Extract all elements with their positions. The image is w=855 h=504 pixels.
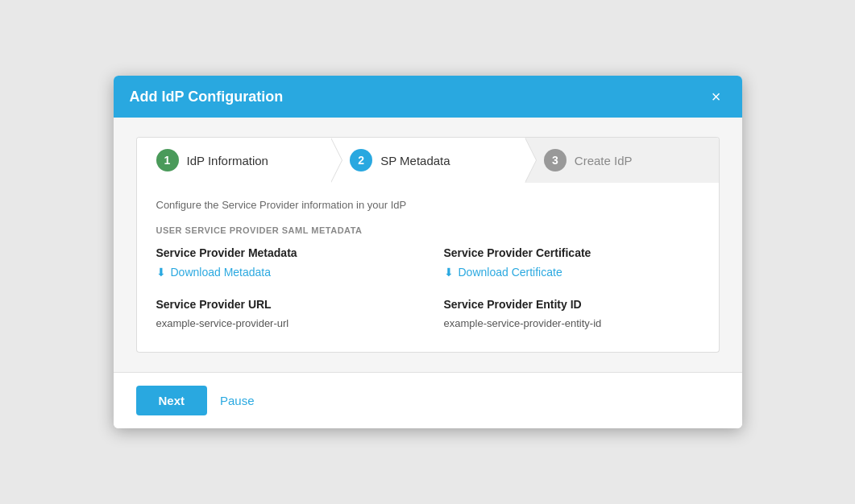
pause-button[interactable]: Pause: [220, 394, 255, 407]
download-metadata-text: Download Metadata: [171, 266, 272, 279]
sp-metadata-label: Service Provider Metadata: [156, 246, 412, 259]
sp-url-value: example-service-provider-url: [156, 317, 412, 329]
step-2-circle: 2: [350, 149, 372, 171]
modal-body: 1 IdP Information 2 SP Metadata 3 Create…: [114, 118, 742, 372]
step-2-label: SP Metadata: [380, 154, 450, 167]
step-1-label: IdP Information: [187, 154, 268, 167]
next-button[interactable]: Next: [136, 386, 208, 415]
content-subtitle: Configure the Service Provider informati…: [156, 199, 699, 211]
step-1-circle: 1: [156, 149, 179, 171]
content-area: Configure the Service Provider informati…: [136, 183, 720, 353]
download-certificate-text: Download Certificate: [459, 266, 562, 279]
modal-header: Add IdP Configuration ×: [114, 76, 742, 118]
field-sp-entity-id: Service Provider Entity ID example-servi…: [444, 298, 699, 329]
step-1: 1 IdP Information: [137, 138, 331, 183]
sp-url-label: Service Provider URL: [156, 298, 412, 311]
sp-entity-id-label: Service Provider Entity ID: [444, 298, 699, 311]
close-button[interactable]: ×: [707, 87, 726, 106]
field-sp-url: Service Provider URL example-service-pro…: [156, 298, 412, 329]
fields-grid: Service Provider Metadata ⬇ Download Met…: [156, 246, 699, 329]
field-sp-certificate: Service Provider Certificate ⬇ Download …: [444, 246, 699, 279]
download-certificate-icon: ⬇: [444, 266, 454, 279]
stepper: 1 IdP Information 2 SP Metadata 3 Create…: [136, 137, 720, 183]
step-3-circle: 3: [544, 149, 567, 171]
field-sp-metadata: Service Provider Metadata ⬇ Download Met…: [156, 246, 412, 279]
step-2: 2 SP Metadata: [330, 138, 525, 183]
download-metadata-link[interactable]: ⬇ Download Metadata: [156, 266, 412, 279]
sp-certificate-label: Service Provider Certificate: [444, 246, 699, 259]
modal-title: Add IdP Configuration: [130, 89, 284, 105]
add-idp-modal: Add IdP Configuration × 1 IdP Informatio…: [114, 76, 742, 428]
download-certificate-link[interactable]: ⬇ Download Certificate: [444, 266, 699, 279]
download-metadata-icon: ⬇: [156, 266, 166, 279]
sp-entity-id-value: example-service-provider-entity-id: [444, 317, 699, 329]
step-3-label: Create IdP: [575, 154, 633, 167]
section-label: USER SERVICE PROVIDER SAML METADATA: [156, 225, 699, 235]
step-3: 3 Create IdP: [525, 138, 719, 183]
modal-footer: Next Pause: [114, 372, 742, 428]
